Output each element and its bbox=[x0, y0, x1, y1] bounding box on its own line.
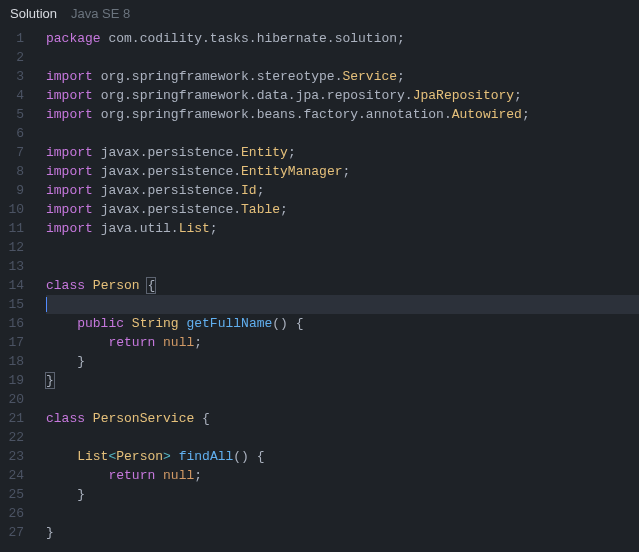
line-number: 11 bbox=[0, 219, 30, 238]
line-number: 23 bbox=[0, 447, 30, 466]
code-line[interactable]: return null; bbox=[46, 466, 639, 485]
line-number: 13 bbox=[0, 257, 30, 276]
code-line[interactable] bbox=[46, 390, 639, 409]
code-line[interactable]: import org.springframework.data.jpa.repo… bbox=[46, 86, 639, 105]
code-line[interactable]: import javax.persistence.Table; bbox=[46, 200, 639, 219]
code-line[interactable]: } bbox=[46, 485, 639, 504]
code-line[interactable] bbox=[46, 504, 639, 523]
language-label: Java SE 8 bbox=[71, 6, 130, 21]
line-number: 3 bbox=[0, 67, 30, 86]
line-number: 15 bbox=[0, 295, 30, 314]
code-line[interactable]: package com.codility.tasks.hibernate.sol… bbox=[46, 29, 639, 48]
line-number: 17 bbox=[0, 333, 30, 352]
code-line[interactable]: import javax.persistence.Entity; bbox=[46, 143, 639, 162]
line-number: 2 bbox=[0, 48, 30, 67]
line-number: 12 bbox=[0, 238, 30, 257]
line-number: 21 bbox=[0, 409, 30, 428]
code-line[interactable]: import java.util.List; bbox=[46, 219, 639, 238]
code-line[interactable]: import javax.persistence.EntityManager; bbox=[46, 162, 639, 181]
line-number: 20 bbox=[0, 390, 30, 409]
code-editor[interactable]: 1234567891011121314151617181920212223242… bbox=[0, 29, 639, 542]
code-line[interactable]: import org.springframework.beans.factory… bbox=[46, 105, 639, 124]
line-number: 8 bbox=[0, 162, 30, 181]
code-line[interactable]: public String getFullName() { bbox=[46, 314, 639, 333]
line-number: 18 bbox=[0, 352, 30, 371]
tab-solution[interactable]: Solution bbox=[10, 6, 57, 21]
code-line[interactable]: import javax.persistence.Id; bbox=[46, 181, 639, 200]
code-line[interactable] bbox=[46, 124, 639, 143]
line-number: 10 bbox=[0, 200, 30, 219]
line-number: 26 bbox=[0, 504, 30, 523]
code-line[interactable]: } bbox=[46, 352, 639, 371]
line-number: 14 bbox=[0, 276, 30, 295]
line-number: 25 bbox=[0, 485, 30, 504]
line-number: 4 bbox=[0, 86, 30, 105]
code-line[interactable] bbox=[46, 257, 639, 276]
line-number: 7 bbox=[0, 143, 30, 162]
code-line[interactable] bbox=[46, 238, 639, 257]
line-number: 19 bbox=[0, 371, 30, 390]
code-line[interactable]: import org.springframework.stereotype.Se… bbox=[46, 67, 639, 86]
line-number: 24 bbox=[0, 466, 30, 485]
code-line[interactable] bbox=[46, 428, 639, 447]
code-line[interactable]: } bbox=[46, 371, 639, 390]
code-line[interactable]: return null; bbox=[46, 333, 639, 352]
line-number: 6 bbox=[0, 124, 30, 143]
code-area[interactable]: package com.codility.tasks.hibernate.sol… bbox=[38, 29, 639, 542]
code-line[interactable]: class PersonService { bbox=[46, 409, 639, 428]
code-line[interactable]: } bbox=[46, 523, 639, 542]
line-number: 5 bbox=[0, 105, 30, 124]
code-line[interactable] bbox=[46, 295, 639, 314]
line-number: 22 bbox=[0, 428, 30, 447]
line-number: 1 bbox=[0, 29, 30, 48]
text-cursor bbox=[46, 297, 47, 312]
line-number: 27 bbox=[0, 523, 30, 542]
code-line[interactable] bbox=[46, 48, 639, 67]
editor-header: Solution Java SE 8 bbox=[0, 0, 639, 29]
line-number-gutter: 1234567891011121314151617181920212223242… bbox=[0, 29, 38, 542]
line-number: 9 bbox=[0, 181, 30, 200]
code-line[interactable]: class Person { bbox=[46, 276, 639, 295]
line-number: 16 bbox=[0, 314, 30, 333]
code-line[interactable]: List<Person> findAll() { bbox=[46, 447, 639, 466]
